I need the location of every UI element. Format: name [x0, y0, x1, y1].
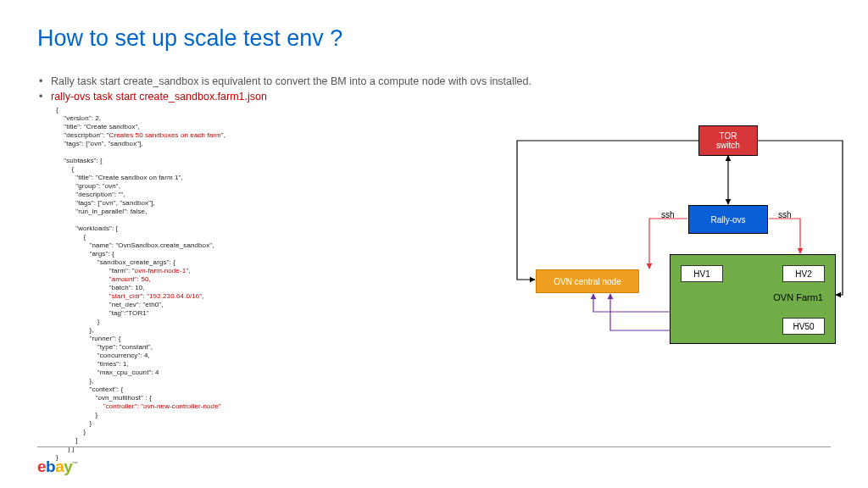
ebay-logo: ebay™ — [37, 458, 78, 476]
ssh-label-left: ssh — [661, 210, 675, 219]
hv1-box: HV1 — [681, 265, 723, 282]
bullet-list: Rally task start create_sandbox is equiv… — [37, 75, 831, 103]
tor-switch-box: TOR switch — [698, 125, 758, 156]
architecture-diagram: TOR switch Rally-ovs OVN central node OV… — [512, 125, 843, 363]
rally-ovs-box: Rally-ovs — [688, 205, 768, 234]
bullet-2: rally-ovs task start create_sandbox.farm… — [37, 91, 831, 103]
ssh-label-right: ssh — [778, 210, 792, 219]
slide-title: How to set up scale test env ? — [37, 25, 831, 52]
ovn-central-node-box: OVN central node — [536, 269, 639, 293]
hv2-box: HV2 — [782, 265, 825, 282]
hv50-box: HV50 — [782, 318, 825, 335]
ovn-farm-box: OVN Farm1 HV1 HV2 HV50 — [670, 254, 836, 344]
bullet-1: Rally task start create_sandbox is equiv… — [37, 75, 831, 87]
footer-divider — [37, 446, 831, 447]
ovn-farm-label: OVN Farm1 — [773, 292, 823, 302]
